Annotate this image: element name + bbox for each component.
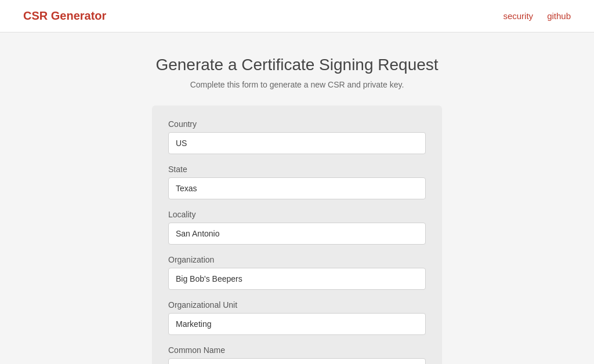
locality-input[interactable] (168, 223, 426, 245)
state-group: State (168, 165, 426, 199)
app-logo[interactable]: CSR Generator (23, 9, 106, 23)
nav-security-link[interactable]: security (503, 11, 533, 21)
state-label: State (168, 165, 426, 174)
common-name-label: Common Name (168, 345, 426, 355)
nav-github-link[interactable]: github (547, 11, 571, 21)
org-unit-label: Organizational Unit (168, 300, 426, 310)
country-input[interactable] (168, 132, 426, 154)
country-label: Country (168, 119, 426, 129)
main-content: Generate a Certificate Signing Request C… (0, 32, 594, 364)
common-name-group: Common Name (168, 345, 426, 364)
country-group: Country (168, 119, 426, 154)
org-unit-input[interactable] (168, 313, 426, 335)
locality-label: Locality (168, 210, 426, 219)
locality-group: Locality (168, 210, 426, 245)
organization-group: Organization (168, 255, 426, 290)
organization-input[interactable] (168, 268, 426, 290)
common-name-input[interactable] (168, 358, 426, 364)
page-subtitle: Complete this form to generate a new CSR… (190, 80, 404, 89)
org-unit-group: Organizational Unit (168, 300, 426, 335)
page-title: Generate a Certificate Signing Request (155, 56, 438, 74)
app-header: CSR Generator security github (0, 0, 594, 32)
state-input[interactable] (168, 177, 426, 199)
form-card: Country State Locality Organization Orga… (152, 105, 442, 364)
nav-links: security github (503, 11, 571, 21)
organization-label: Organization (168, 255, 426, 264)
